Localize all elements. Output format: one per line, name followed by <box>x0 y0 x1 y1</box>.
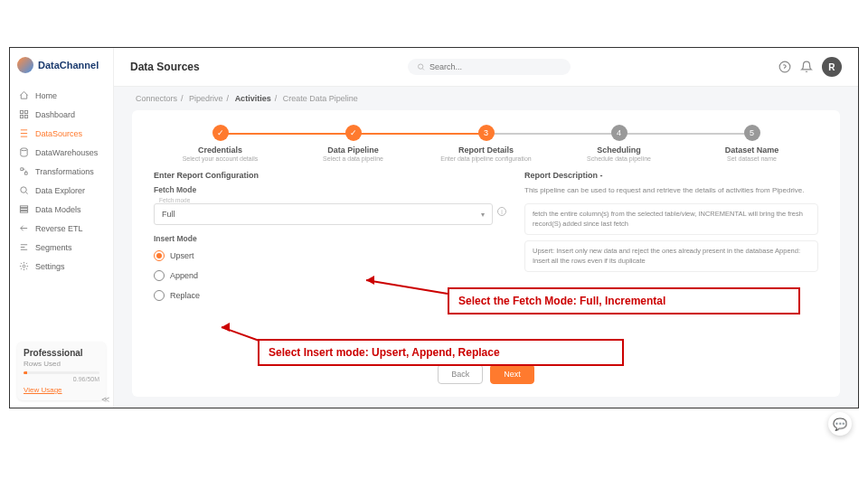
search-icon <box>417 62 425 71</box>
step-report-details[interactable]: 3Report DetailsEnter data pipeline confi… <box>420 125 552 162</box>
sidebar: DataChannel Home Dashboard DataSources D… <box>10 48 114 408</box>
view-usage-link[interactable]: View Usage <box>24 386 99 394</box>
chevron-down-icon: ▾ <box>481 211 485 219</box>
svg-point-5 <box>21 187 26 192</box>
topbar: Data Sources R <box>114 48 858 87</box>
report-summary: This pipeline can be used to request and… <box>524 185 818 196</box>
annotation-insert-mode: Select Insert mode: Upsert, Append, Repl… <box>258 339 624 366</box>
logo-icon <box>17 57 33 73</box>
report-box-insert: Upsert: Insert only new data and reject … <box>524 240 818 272</box>
svg-rect-2 <box>20 115 23 117</box>
step-credentials[interactable]: ✓CredentialsSelect your account details <box>154 125 287 162</box>
crumb-activities[interactable]: Activities <box>235 94 271 103</box>
crumb-create: Create Data Pipeline <box>283 94 358 103</box>
sidebar-item-home[interactable]: Home <box>10 86 113 105</box>
plan-usage: 0.96/50M <box>24 376 99 382</box>
svg-rect-8 <box>20 211 27 212</box>
breadcrumb: Connectors/ Pipedrive/ Activities/ Creat… <box>114 87 858 110</box>
crumb-connectors[interactable]: Connectors <box>136 94 177 103</box>
plan-section: Professsional Rows Used 0.96/50M View Us… <box>10 334 113 408</box>
plan-tier: Professsional <box>24 348 99 358</box>
sidebar-item-settings[interactable]: Settings <box>10 257 113 276</box>
page-title: Data Sources <box>130 61 200 73</box>
section-title: Enter Report Configuration <box>154 171 506 180</box>
brand-logo: DataChannel <box>10 48 113 82</box>
fetch-mode-select[interactable]: Full ▾ <box>154 203 493 225</box>
insert-mode-label: Insert Mode <box>154 234 506 243</box>
chat-fab-icon[interactable]: 💬 <box>828 412 852 436</box>
plan-rows-label: Rows Used <box>24 360 99 368</box>
svg-point-10 <box>418 64 422 69</box>
info-icon[interactable]: i <box>497 207 506 216</box>
svg-rect-6 <box>20 206 27 208</box>
svg-point-4 <box>21 148 27 151</box>
back-button[interactable]: Back <box>438 364 483 384</box>
sidebar-nav: Home Dashboard DataSources DataWarehouse… <box>10 82 113 279</box>
sidebar-item-transformations[interactable]: Transformations <box>10 162 113 181</box>
sidebar-item-datasources[interactable]: DataSources <box>10 124 113 143</box>
step-data-pipeline[interactable]: ✓Data PipelineSelect a data pipeline <box>287 125 420 162</box>
search-box[interactable] <box>408 59 571 75</box>
report-box-fetch: fetch the entire column(s) from the sele… <box>524 203 818 235</box>
search-input[interactable] <box>429 62 561 71</box>
fetch-mode-label: Fetch Mode <box>154 185 506 194</box>
report-heading: Report Description - <box>524 171 818 180</box>
svg-rect-1 <box>24 110 27 113</box>
sidebar-item-reverse-etl[interactable]: Reverse ETL <box>10 219 113 238</box>
svg-point-9 <box>23 265 25 267</box>
step-dataset-name[interactable]: 5Dataset NameSet dataset name <box>685 125 818 162</box>
svg-rect-7 <box>20 209 27 211</box>
sidebar-item-datawarehouses[interactable]: DataWarehouses <box>10 143 113 162</box>
fetch-mode-hint: Fetch mode <box>159 197 493 203</box>
brand-text: DataChannel <box>38 60 99 70</box>
step-scheduling[interactable]: 4SchedulingSchedule data pipeline <box>552 125 685 162</box>
svg-point-11 <box>779 61 790 72</box>
svg-rect-0 <box>20 110 23 113</box>
crumb-pipedrive[interactable]: Pipedrive <box>189 94 223 103</box>
help-icon[interactable] <box>778 61 791 73</box>
sidebar-item-data-explorer[interactable]: Data Explorer <box>10 181 113 200</box>
insert-mode-append[interactable]: Append <box>154 266 506 286</box>
sidebar-item-data-models[interactable]: Data Models <box>10 200 113 219</box>
avatar[interactable]: R <box>822 57 842 77</box>
stepper: ✓CredentialsSelect your account details … <box>154 121 818 171</box>
next-button[interactable]: Next <box>490 364 534 384</box>
bell-icon[interactable] <box>800 61 813 73</box>
insert-mode-upsert[interactable]: Upsert <box>154 246 506 266</box>
sidebar-item-dashboard[interactable]: Dashboard <box>10 105 113 124</box>
annotation-fetch-mode: Select the Fetch Mode: Full, Incremental <box>448 287 800 314</box>
fetch-mode-value: Full <box>162 210 175 219</box>
collapse-sidebar-icon[interactable]: ≪ <box>101 395 109 404</box>
sidebar-item-segments[interactable]: Segments <box>10 238 113 257</box>
svg-rect-3 <box>24 115 27 117</box>
